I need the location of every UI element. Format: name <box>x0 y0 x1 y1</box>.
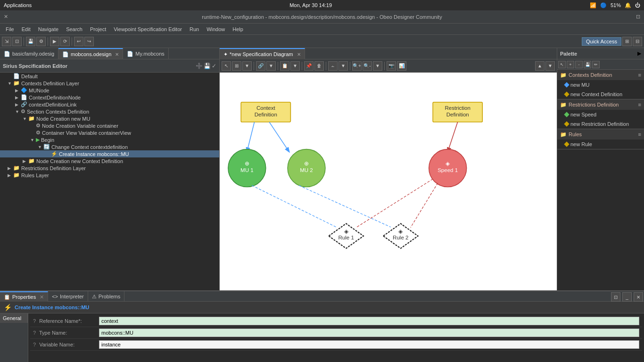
diagram-btn-align[interactable]: ⫠ <box>328 61 338 71</box>
tree-btn-save[interactable]: 💾 <box>204 63 211 69</box>
tree-item-restrictions-layer[interactable]: ▶ 📁 Restrictions Definition Layer <box>0 165 219 172</box>
diagram-btn-v2[interactable]: ▼ <box>266 61 276 71</box>
diagram-btn-zoomout[interactable]: 🔍- <box>363 61 372 71</box>
prop-tab-general[interactable]: General <box>0 313 28 323</box>
menu-edit[interactable]: Edit <box>18 25 34 33</box>
palette-item-new-mu[interactable]: new MU <box>557 80 644 90</box>
tree-item-rules-layer[interactable]: ▶ 📁 Rules Layer <box>0 172 219 179</box>
menu-help[interactable]: Help <box>229 25 247 33</box>
diagram-canvas[interactable]: Context Definition Restriction Definitio… <box>220 73 557 290</box>
diagram-btn-camera[interactable]: 📷 <box>387 61 396 71</box>
toolbar-perspective2[interactable]: ⊟ <box>633 37 642 46</box>
tree-item-munode[interactable]: ▶ 🔷 MUNode <box>0 87 219 94</box>
toolbar-btn-3[interactable]: 💾 <box>26 37 35 46</box>
tree-item-node-creation-ctx[interactable]: ▶ 📁 Node Creation new Context Definition <box>0 157 219 165</box>
bottom-tab-interpreter[interactable]: <> Interpreter <box>48 291 88 302</box>
diagram-btn-scroll-up[interactable]: ▲ <box>535 61 545 71</box>
palette-item-new-restriction-def[interactable]: new Restriction Definition <box>557 119 644 129</box>
toolbar-btn-4[interactable]: ⚙ <box>36 37 46 46</box>
palette-edit-btn[interactable]: ✏ <box>592 61 600 68</box>
tree-item-change-context[interactable]: ▼ 🔄 Change Context contextdefinition <box>0 143 219 150</box>
diagram-btn-connect[interactable]: 🔗 <box>256 61 265 71</box>
toolbar-redo[interactable]: ↪ <box>84 37 94 46</box>
close-icon-left[interactable]: ✕ <box>4 14 8 20</box>
tab-mymobcons[interactable]: 📄 My.mobcons <box>123 48 169 59</box>
svg-line-4 <box>247 122 255 152</box>
tree-item-contexts-layer[interactable]: ▼ 📁 Contexts Definition Layer <box>0 80 219 87</box>
properties-tab-close[interactable]: ✕ <box>40 294 44 300</box>
toolbar-btn-2[interactable]: ⊡ <box>12 37 22 46</box>
tree-item-contextdeflink[interactable]: ▶ 🔗 contextDefinitionLink <box>0 101 219 108</box>
tab-basicfamily[interactable]: 📄 basicfamily.odesig <box>0 48 58 59</box>
palette-section-rules-header[interactable]: 📁 Rules ≡ <box>557 129 644 140</box>
prop-input-typename[interactable] <box>99 329 639 337</box>
diagram-tab-close[interactable]: ✕ <box>297 52 301 57</box>
palette-item-new-speed[interactable]: new Speed <box>557 110 644 119</box>
tree-item-node-creation-mu[interactable]: ▼ 📁 Node Creation new MU <box>0 115 219 122</box>
diagram-btn-v3[interactable]: ▼ <box>290 61 300 71</box>
menu-project[interactable]: Project <box>86 25 110 33</box>
bottom-close-btn[interactable]: ✕ <box>634 292 643 302</box>
tree-btn-add[interactable]: ➕ <box>196 63 203 69</box>
section-contexts-icon: ⚙ <box>21 108 25 115</box>
menu-search[interactable]: Search <box>62 25 86 33</box>
svg-text:Context: Context <box>256 105 276 111</box>
tree-item-begin[interactable]: ▼ ▶ Begin <box>0 136 219 143</box>
diagram-btn-zoomin[interactable]: 🔍+ <box>352 61 362 71</box>
palette-zoom-in-btn[interactable]: + <box>567 61 574 68</box>
prop-label-varname-text: Variable Name: <box>39 342 74 347</box>
toolbar-btn-6[interactable]: ⟳ <box>60 37 70 46</box>
palette-item-new-rule[interactable]: new Rule <box>557 140 644 149</box>
menu-window[interactable]: Window <box>203 25 229 33</box>
diagram-btn-unpin[interactable]: 🗑 <box>314 61 324 71</box>
diagram-btn-select[interactable]: ↖ <box>222 61 231 71</box>
bottom-maximize-btn[interactable]: ⊡ <box>611 292 620 302</box>
palette-section-restrictions-header[interactable]: 📁 Restrictions Definition ≡ <box>557 99 644 110</box>
tab-new-spec-diagram[interactable]: ✦ *new Specification Diagram ✕ <box>220 48 305 59</box>
diagram-btn-scroll-down[interactable]: ▼ <box>545 61 555 71</box>
toolbar-btn-1[interactable]: ⇲ <box>2 37 11 46</box>
toolbar-undo[interactable]: ↩ <box>74 37 83 46</box>
prop-fields: ? Reference Name*: ? Type Name: <box>28 313 644 362</box>
prop-help-refname[interactable]: ? <box>33 318 36 324</box>
bottom-tab-problems[interactable]: ⚠ Problems <box>88 291 124 302</box>
diagram-btn-copy[interactable]: 📋 <box>280 61 289 71</box>
palette-select-btn[interactable]: ↖ <box>558 61 566 68</box>
quick-access-button[interactable]: Quick Access <box>582 37 621 46</box>
palette-expand-icon[interactable]: ▶ <box>637 50 641 57</box>
palette-save-btn[interactable]: 💾 <box>584 61 591 68</box>
palette-section-contexts-header[interactable]: 📁 Contexts Definition ≡ <box>557 70 644 80</box>
menu-viewpoint[interactable]: Viewpoint Specification Editor <box>110 25 186 33</box>
tree-item-node-var-container[interactable]: ⚙ Node Creation Variable container <box>0 122 219 129</box>
bottom-tab-properties[interactable]: 📋 Properties ✕ <box>0 291 48 302</box>
prop-help-varname[interactable]: ? <box>33 342 36 347</box>
tree-item-container-view[interactable]: ⚙ Container View Variable containerView <box>0 129 219 136</box>
tree-btn-check[interactable]: ✓ <box>212 63 216 69</box>
toolbar-perspective[interactable]: ⊞ <box>622 37 632 46</box>
diagram-btn-v4[interactable]: ▼ <box>339 61 348 71</box>
diagram-btn-table[interactable]: 📊 <box>397 61 406 71</box>
diagram-btn-pin[interactable]: 📌 <box>304 61 314 71</box>
prop-help-typename[interactable]: ? <box>33 330 36 336</box>
diagram-btn-v[interactable]: ▼ <box>242 61 252 71</box>
tree-item-section-contexts[interactable]: ▼ ⚙ Section Contexts Definition <box>0 108 219 115</box>
diagram-btn-layout[interactable]: ⊞ <box>232 61 241 71</box>
palette-zoom-out-btn[interactable]: - <box>575 61 583 68</box>
restore-icon[interactable]: ⊡ <box>636 14 640 20</box>
diagram-btn-v5[interactable]: ▼ <box>373 61 382 71</box>
prop-value-refname-cell <box>96 315 642 327</box>
menu-navigate[interactable]: Navigate <box>34 25 62 33</box>
palette-item-new-context-def[interactable]: new Context Definition <box>557 90 644 99</box>
bottom-minimize-btn[interactable]: _ <box>622 292 632 302</box>
tree-item-contextdefnode[interactable]: ▶ 📄 ContextDefinitionNode <box>0 94 219 101</box>
svg-line-19 <box>356 179 433 228</box>
tree-item-default[interactable]: 📄 Default <box>0 73 219 80</box>
prop-input-refname[interactable] <box>99 317 639 325</box>
prop-input-varname[interactable] <box>99 340 639 349</box>
tab-mobcons[interactable]: 📄 mobcons.odesign ✕ <box>58 48 123 59</box>
menu-file[interactable]: File <box>2 25 18 33</box>
tab-mobcons-close[interactable]: ✕ <box>115 52 119 57</box>
tree-item-create-instance[interactable]: ⚡ Create Instance mobcons::MU <box>0 150 219 157</box>
menu-run[interactable]: Run <box>186 25 203 33</box>
toolbar-btn-5[interactable]: ▶ <box>50 37 59 46</box>
